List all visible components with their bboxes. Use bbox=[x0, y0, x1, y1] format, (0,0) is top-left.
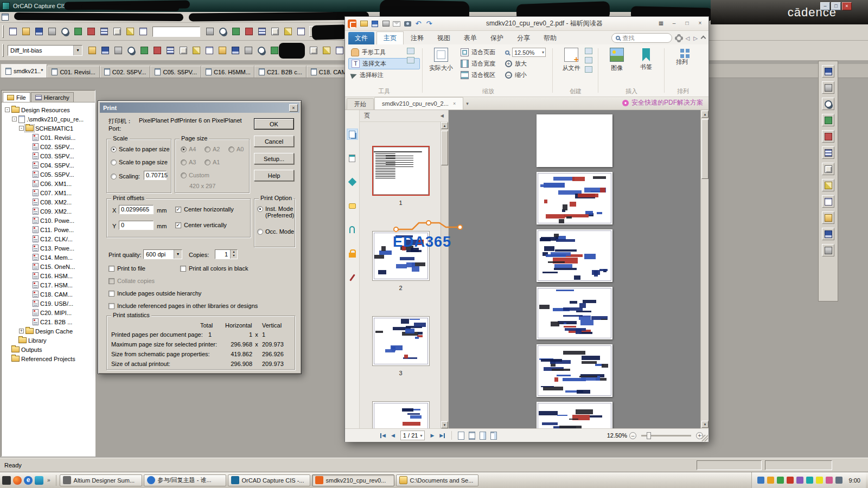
place-text-icon[interactable] bbox=[333, 44, 346, 57]
create-netlist-icon[interactable] bbox=[269, 25, 281, 38]
page-thumbnails-icon[interactable] bbox=[348, 130, 357, 139]
place-ground-icon[interactable] bbox=[190, 44, 202, 57]
print-all-black-checkbox[interactable]: Print all colors in black bbox=[180, 265, 248, 272]
taskbar-button[interactable]: OrCAD Capture CIS -... bbox=[228, 474, 310, 486]
page-thumbnail[interactable] bbox=[372, 146, 430, 196]
tree-item[interactable]: C15. OneN... bbox=[2, 262, 95, 271]
tree-item[interactable]: Referenced Projects bbox=[2, 354, 95, 363]
tree-item[interactable]: C05. S5PV... bbox=[2, 170, 95, 179]
wire-tool-icon[interactable] bbox=[822, 114, 834, 126]
radio-scale-to-page[interactable]: Scale to page size bbox=[111, 159, 168, 165]
orcad-doc-tab[interactable]: C21. B2B c... bbox=[254, 66, 307, 78]
bookmarks-icon[interactable] bbox=[348, 153, 357, 163]
facing-view-icon[interactable] bbox=[480, 432, 486, 440]
radio-scale-to-paper[interactable]: Scale to paper size bbox=[111, 146, 170, 152]
insert-image-button[interactable]: 图像 bbox=[602, 47, 631, 72]
ribbon-tab[interactable]: 表单 bbox=[457, 32, 483, 44]
continuous-facing-view-icon[interactable] bbox=[490, 432, 497, 440]
tree-item[interactable]: C01. Revisi... bbox=[2, 133, 95, 142]
expand-toggle-icon[interactable]: - bbox=[19, 126, 24, 131]
scheduler-icon[interactable] bbox=[826, 477, 833, 484]
undo-icon[interactable] bbox=[98, 25, 110, 38]
ribbon-tab[interactable]: 视图 bbox=[431, 32, 457, 44]
blank-page-icon[interactable] bbox=[585, 66, 592, 73]
offset-x-input[interactable]: 0.0299665 bbox=[119, 205, 154, 214]
tree-item[interactable]: C17. HSM... bbox=[2, 280, 95, 290]
print-dialog-titlebar[interactable]: Print × bbox=[100, 102, 299, 113]
shape-tool-icon[interactable] bbox=[822, 244, 834, 256]
place-bus-icon[interactable] bbox=[138, 44, 150, 57]
fit-page-button[interactable]: 适合页面 bbox=[458, 47, 498, 58]
expand-toggle-icon[interactable]: + bbox=[19, 329, 24, 333]
ribbon-tab[interactable]: 主页 bbox=[376, 31, 404, 44]
ribbon-tab[interactable]: 分享 bbox=[510, 32, 537, 44]
zoom-in-button[interactable]: +放大 bbox=[502, 58, 548, 69]
continuous-view-icon[interactable] bbox=[469, 432, 475, 440]
zoom-level-combo[interactable]: 12.50%▾ bbox=[512, 48, 546, 57]
scroll-down-icon[interactable]: ▾ bbox=[701, 421, 709, 428]
from-clipboard-icon[interactable] bbox=[585, 57, 592, 63]
taskbar-button[interactable]: C:\Documents and Se... bbox=[396, 474, 478, 486]
zoom-tool-icon[interactable] bbox=[822, 81, 834, 94]
expand-toggle-icon[interactable]: - bbox=[5, 107, 10, 112]
place-hierarchical-block-icon[interactable] bbox=[203, 44, 215, 57]
tree-item[interactable]: -.\smdkv210_cpu_re... bbox=[2, 114, 95, 124]
foxit-titlebar[interactable]: smdkv210_cpu_rev0_2.pdf - 福昕阅读器 ▦ – □ × bbox=[345, 17, 709, 31]
place-arc-icon[interactable] bbox=[320, 44, 333, 57]
usb-device-icon[interactable] bbox=[835, 477, 843, 484]
print-quality-dropdown[interactable]: 600 dpi▾ bbox=[143, 249, 182, 259]
tree-item[interactable]: C21. B2B ... bbox=[2, 317, 95, 326]
panel-tab-hierarchy[interactable]: Hierarchy bbox=[31, 92, 74, 102]
settings-gear-icon[interactable] bbox=[676, 35, 682, 41]
center-horizontally-checkbox[interactable]: Center horizontally bbox=[175, 206, 234, 213]
radio-scaling[interactable]: Scaling: bbox=[111, 173, 140, 179]
select-tool-icon[interactable] bbox=[822, 65, 834, 78]
offset-y-input[interactable]: 0 bbox=[119, 221, 154, 230]
bill-of-materials-icon[interactable] bbox=[295, 25, 307, 38]
place-bus-entry-icon[interactable] bbox=[164, 44, 176, 57]
paste-icon[interactable] bbox=[85, 25, 97, 38]
place-junction-icon[interactable] bbox=[151, 44, 163, 57]
tree-item[interactable]: Outputs bbox=[2, 345, 95, 354]
copies-spinner[interactable]: 1▴▾ bbox=[215, 249, 238, 259]
selection-filter-combo[interactable]: Diff_Int-bias ▾ bbox=[8, 45, 82, 56]
tree-item[interactable]: C11. Powe... bbox=[2, 225, 95, 234]
page-preview[interactable] bbox=[537, 229, 612, 282]
help-button[interactable]: Help bbox=[254, 170, 294, 181]
insert-bookmark-button[interactable]: 书签 bbox=[631, 47, 661, 71]
tree-item[interactable]: C12. CLK/... bbox=[2, 234, 95, 243]
email-icon[interactable] bbox=[392, 20, 401, 28]
tree-item[interactable]: C04. S5PV... bbox=[2, 160, 95, 170]
internet-explorer-icon[interactable] bbox=[24, 476, 33, 485]
orcad-doc-tab[interactable]: C05. S5PV... bbox=[150, 66, 201, 78]
zoom-in-icon[interactable] bbox=[124, 25, 136, 38]
select-icon[interactable] bbox=[86, 44, 98, 57]
first-page-button[interactable]: ◀ bbox=[379, 431, 387, 440]
start-tab[interactable]: 开始 bbox=[347, 98, 374, 110]
junction-tool-icon[interactable] bbox=[822, 146, 834, 159]
quicklaunch-overflow[interactable]: » bbox=[45, 477, 53, 483]
combo-dropdown-icon[interactable]: ▾ bbox=[73, 46, 82, 55]
launcher-icon[interactable] bbox=[2, 476, 11, 485]
ribbon-tab[interactable]: 帮助 bbox=[537, 32, 563, 44]
snapshot-camera-icon[interactable] bbox=[407, 48, 414, 54]
scaling-input[interactable]: 0.70715 bbox=[144, 171, 167, 180]
scroll-thumb[interactable] bbox=[701, 119, 709, 179]
page-thumbnail[interactable] bbox=[372, 231, 430, 281]
ribbon-tab[interactable]: 文件 bbox=[348, 32, 374, 44]
annotate-icon[interactable] bbox=[229, 25, 242, 38]
close-button[interactable]: × bbox=[694, 19, 706, 28]
document-scrollbar[interactable]: ▴ ▾ bbox=[700, 110, 709, 428]
undo-icon[interactable] bbox=[414, 20, 423, 28]
save-document-icon[interactable] bbox=[33, 25, 45, 38]
tree-item[interactable]: C20. MIPI... bbox=[2, 308, 95, 317]
tree-item[interactable]: C06. XM1... bbox=[2, 179, 95, 188]
minimize-button[interactable]: – bbox=[668, 19, 680, 28]
media-player-icon[interactable] bbox=[35, 476, 43, 485]
ribbon-tab[interactable]: 注释 bbox=[404, 32, 430, 44]
orcad-doc-tab[interactable]: C02. S5PV... bbox=[100, 66, 151, 78]
clipboard-icon[interactable] bbox=[407, 57, 414, 63]
zoom-slider-thumb[interactable] bbox=[647, 432, 651, 439]
ok-button[interactable]: OK bbox=[254, 118, 294, 130]
next-page-button[interactable]: ▶ bbox=[429, 431, 436, 440]
